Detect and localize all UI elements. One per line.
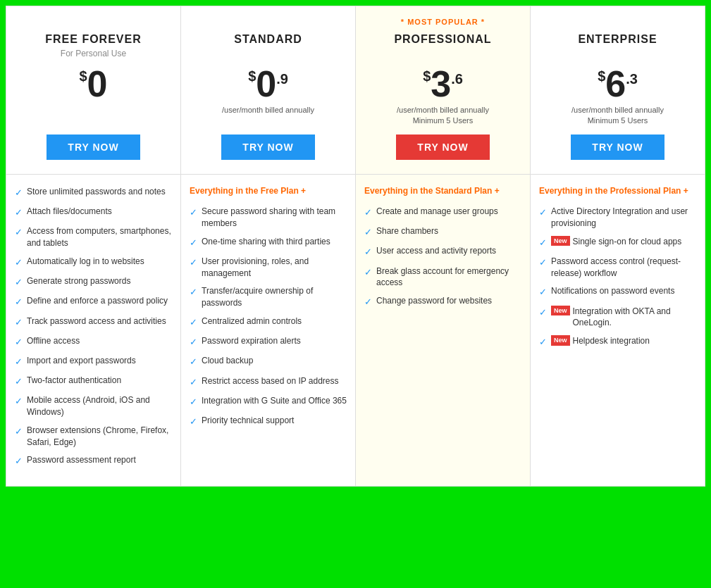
price-main: 6 — [605, 65, 626, 102]
price-symbol: $ — [248, 68, 256, 85]
price-symbol: $ — [79, 68, 87, 85]
price-main: 0 — [87, 65, 108, 102]
plan-subtitle: For Personal Use — [15, 49, 172, 60]
price-row: $0 — [15, 65, 172, 102]
feature-text: Secure password sharing with team member… — [202, 206, 347, 230]
check-icon: ✓ — [190, 396, 197, 408]
check-icon: ✓ — [364, 296, 372, 308]
feature-item: ✓Attach files/documents — [15, 206, 172, 219]
features-header: Everything in the Standard Plan + — [364, 186, 521, 197]
price-billing: /user/month billed annually — [190, 105, 347, 127]
plan-subtitle — [364, 49, 521, 60]
feature-text: Change password for websites — [376, 295, 521, 307]
feature-text: Single sign-on for cloud apps — [573, 236, 696, 248]
plan-header-free: FREE FOREVERFor Personal Use$0TRY NOW — [6, 6, 180, 175]
price-decimal: .9 — [276, 71, 288, 87]
feature-item: ✓Change password for websites — [364, 295, 521, 308]
check-icon: ✓ — [539, 306, 547, 319]
price-row: $3.6 — [364, 65, 521, 102]
feature-item: ✓Notifications on password events — [539, 285, 696, 299]
check-icon: ✓ — [190, 356, 197, 368]
feature-text: Define and enforce a password policy — [27, 295, 172, 307]
feature-text: Access from computers, smartphones, and … — [27, 225, 172, 249]
feature-item: ✓Password access control (request-releas… — [539, 256, 696, 280]
feature-text: Password expiration alerts — [202, 335, 347, 347]
feature-text: Generate strong passwords — [27, 275, 172, 287]
feature-item: ✓Restrict access based on IP address — [190, 375, 347, 389]
feature-text: Integration with OKTA and OneLogin. — [573, 306, 696, 330]
feature-text: Share chambers — [376, 225, 521, 237]
check-icon: ✓ — [539, 256, 547, 269]
check-icon: ✓ — [364, 226, 372, 239]
feature-text: Integration with G Suite and Office 365 — [202, 395, 347, 407]
plan-subtitle — [539, 49, 696, 60]
feature-item: ✓Share chambers — [364, 225, 521, 239]
feature-item: ✓Centralized admin controls — [190, 315, 347, 329]
feature-item: ✓User access and activity reports — [364, 245, 521, 258]
check-icon: ✓ — [15, 316, 23, 329]
feature-text: Cloud backup — [202, 355, 347, 367]
plan-header-standard: STANDARD$0.9/user/month billed annuallyT… — [181, 6, 355, 175]
pricing-table: FREE FOREVERFor Personal Use$0TRY NOW✓St… — [6, 6, 705, 487]
feature-item: ✓Automatically log in to websites — [15, 256, 172, 269]
price-row: $0.9 — [190, 65, 347, 102]
plan-header-professional: * MOST POPULAR *PROFESSIONAL$3.6/user/mo… — [356, 6, 530, 175]
check-icon: ✓ — [15, 256, 23, 269]
check-icon: ✓ — [190, 316, 197, 329]
check-icon: ✓ — [539, 237, 547, 249]
price-row: $6.3 — [539, 65, 696, 102]
feature-text: Notifications on password events — [551, 285, 696, 297]
check-icon: ✓ — [15, 356, 23, 368]
feature-text: Active Directory Integration and user pr… — [551, 206, 696, 230]
check-icon: ✓ — [15, 375, 23, 388]
feature-text: Centralized admin controls — [202, 315, 347, 327]
check-icon: ✓ — [15, 395, 23, 408]
feature-item: ✓Import and export passwords — [15, 355, 172, 368]
feature-text: Mobile access (Android, iOS and Windows) — [27, 394, 172, 418]
price-main: 0 — [256, 65, 276, 102]
feature-item: ✓Create and manage user groups — [364, 206, 521, 219]
check-icon: ✓ — [190, 415, 197, 428]
price-billing — [15, 105, 172, 127]
feature-text: Restrict access based on IP address — [202, 375, 347, 387]
feature-text: Import and export passwords — [27, 355, 172, 367]
feature-text: Attach files/documents — [27, 206, 172, 218]
feature-text: Browser extensions (Chrome, Firefox, Saf… — [27, 425, 172, 449]
check-icon: ✓ — [539, 336, 547, 349]
feature-text: User access and activity reports — [376, 245, 521, 257]
check-icon: ✓ — [15, 336, 23, 349]
check-icon: ✓ — [15, 276, 23, 289]
feature-text: Transfer/acquire ownership of passwords — [202, 285, 347, 309]
new-badge: New — [551, 236, 570, 246]
try-now-button-standard[interactable]: TRY NOW — [221, 135, 314, 160]
feature-text: Two-factor authentication — [27, 375, 172, 387]
feature-item: ✓Password assessment report — [15, 454, 172, 468]
features-header: Everything in the Free Plan + — [190, 186, 347, 197]
feature-item: ✓Store unlimited passwords and notes — [15, 186, 172, 199]
feature-item: ✓Browser extensions (Chrome, Firefox, Sa… — [15, 425, 172, 449]
price-decimal: .3 — [626, 71, 638, 87]
price-decimal: .6 — [451, 71, 463, 87]
feature-item: ✓Offline access — [15, 335, 172, 349]
plan-features-enterprise: Everything in the Professional Plan +✓Ac… — [531, 175, 705, 486]
check-icon: ✓ — [15, 187, 23, 199]
plan-features-free: ✓Store unlimited passwords and notes✓Att… — [6, 175, 180, 486]
plan-col-professional: * MOST POPULAR *PROFESSIONAL$3.6/user/mo… — [356, 6, 531, 486]
feature-item: ✓Generate strong passwords — [15, 275, 172, 289]
feature-text: Offline access — [27, 335, 172, 347]
plan-col-enterprise: ENTERPRISE$6.3/user/month billed annuall… — [531, 6, 705, 486]
feature-item: ✓User provisioning, roles, and managemen… — [190, 256, 347, 280]
try-now-button-professional[interactable]: TRY NOW — [396, 135, 489, 160]
feature-text: Create and manage user groups — [376, 206, 521, 218]
plan-features-standard: Everything in the Free Plan +✓Secure pas… — [181, 175, 355, 486]
feature-text: Automatically log in to websites — [27, 256, 172, 268]
plan-name: STANDARD — [190, 33, 347, 46]
feature-text: One-time sharing with third parties — [202, 236, 347, 248]
try-now-button-free[interactable]: TRY NOW — [47, 135, 140, 160]
check-icon: ✓ — [539, 206, 547, 219]
feature-text: Track password access and activities — [27, 315, 172, 327]
plan-name: FREE FOREVER — [15, 33, 172, 46]
feature-text: Break glass account for emergency access — [376, 265, 521, 289]
check-icon: ✓ — [190, 376, 197, 389]
try-now-button-enterprise[interactable]: TRY NOW — [571, 135, 664, 160]
